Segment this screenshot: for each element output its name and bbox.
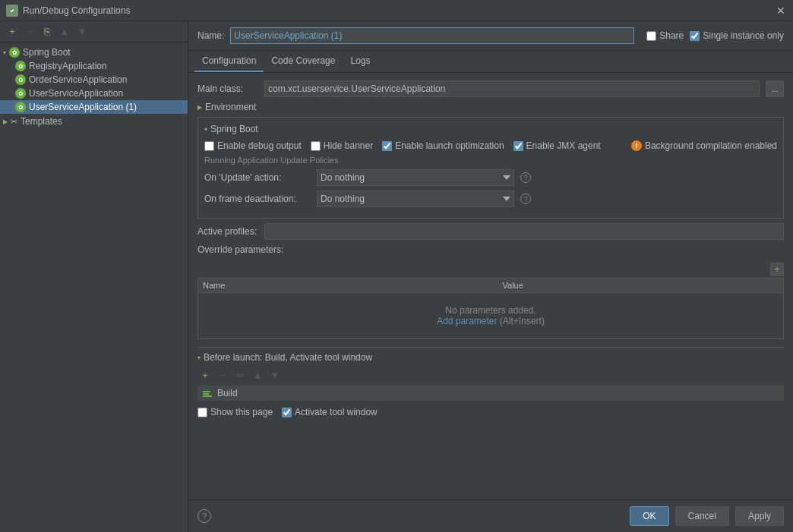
sidebar-toolbar: + − ⎘ ▲ ▼ (0, 21, 188, 42)
update-action-select[interactable]: Do nothing Update classes and resources (317, 169, 514, 186)
share-checkbox-label: Share (646, 30, 684, 41)
help-button[interactable]: ? (197, 509, 211, 523)
bg-compilation: ! Background compilation enabled (631, 140, 777, 151)
main-class-input[interactable] (264, 80, 760, 97)
bottom-left: ? (197, 509, 211, 523)
registry-label: RegistryApplication (29, 61, 107, 71)
main-class-label: Main class: (197, 83, 258, 94)
tab-configuration[interactable]: Configuration (194, 51, 264, 72)
share-checkbox[interactable] (646, 31, 656, 41)
show-this-page-checkbox[interactable] (197, 408, 207, 417)
sidebar-tree: ▾ ✿ Spring Boot ✿ RegistryApplication ✿ … (0, 42, 188, 532)
add-param-button[interactable]: + (770, 263, 784, 276)
build-item: Build (197, 386, 784, 401)
window-title: Run/Debug Configurations (23, 5, 130, 16)
sidebar-item-userservice[interactable]: ✿ UserServiceApplication (0, 87, 188, 100)
order-icon: ✿ (15, 74, 26, 85)
update-action-row: On 'Update' action: Do nothing Update cl… (204, 169, 777, 186)
templates-section[interactable]: ▶ ✂ Templates (0, 114, 188, 129)
svg-rect-2 (203, 393, 209, 395)
environment-header[interactable]: ▶ Environment (197, 102, 784, 112)
svg-rect-1 (203, 395, 212, 397)
table-toolbar: + (197, 263, 784, 276)
enable-jmx-checkbox[interactable] (513, 141, 523, 151)
share-area: Share Single instance only (646, 30, 784, 41)
build-label: Build (217, 388, 238, 398)
name-label: Name: (197, 30, 224, 41)
tabs: Configuration Code Coverage Logs (188, 51, 793, 73)
before-launch-chevron: ▾ (197, 354, 201, 361)
single-instance-checkbox[interactable] (690, 31, 700, 41)
registry-icon: ✿ (15, 61, 26, 71)
sidebar-item-userservice1[interactable]: ✿ UserServiceApplication (1) (0, 100, 188, 114)
update-action-help-icon[interactable]: ? (520, 172, 531, 183)
close-button[interactable]: ✕ (775, 5, 787, 17)
spring-boot-group[interactable]: ▾ ✿ Spring Boot (0, 46, 188, 59)
move-up-button[interactable]: ▲ (57, 24, 72, 39)
sidebar-item-registry[interactable]: ✿ RegistryApplication (0, 59, 188, 73)
copy-config-button[interactable]: ⎘ (39, 24, 55, 39)
userservice-icon: ✿ (15, 88, 26, 99)
update-action-label: On 'Update' action: (204, 172, 311, 183)
order-label: OrderServiceApplication (29, 74, 127, 85)
sidebar: + − ⎘ ▲ ▼ ▾ ✿ Spring Boot ✿ RegistryAppl… (0, 21, 188, 532)
before-launch-add-button[interactable]: + (197, 367, 213, 382)
tab-logs[interactable]: Logs (343, 51, 378, 72)
enable-launch-opt-label: Enable launch optimization (382, 140, 504, 151)
apply-button[interactable]: Apply (735, 506, 784, 526)
before-launch-down-button[interactable]: ▼ (267, 367, 283, 382)
move-down-button[interactable]: ▼ (74, 24, 90, 39)
spring-boot-config-header[interactable]: ▾ Spring Boot (204, 124, 777, 134)
add-param-link[interactable]: Add parameter (437, 316, 497, 326)
activate-tool-window-checkbox[interactable] (282, 408, 292, 417)
frame-deactivation-help-icon[interactable]: ? (520, 194, 531, 204)
window-icon (6, 5, 18, 17)
active-profiles-input[interactable] (264, 223, 784, 240)
add-config-button[interactable]: + (5, 24, 20, 39)
spring-boot-config-chevron: ▾ (204, 126, 207, 133)
bottom-bar: ? OK Cancel Apply (188, 499, 793, 532)
bottom-buttons: OK Cancel Apply (630, 506, 784, 526)
name-row: Name: Share Single instance only (188, 21, 793, 51)
environment-section: ▶ Environment (197, 102, 784, 112)
name-input[interactable] (230, 27, 634, 44)
spring-options-row: Enable debug output Hide banner Enable l… (204, 140, 777, 151)
remove-config-button[interactable]: − (22, 24, 37, 39)
value-column-header: Value (498, 279, 784, 293)
config-content: Main class: ... ▶ Environment ▾ Spring B… (188, 73, 793, 499)
activate-tool-window-label: Activate tool window (282, 407, 378, 417)
svg-rect-3 (203, 391, 210, 392)
userservice1-label: UserServiceApplication (1) (29, 102, 137, 112)
before-launch-toolbar: + − ✏ ▲ ▼ (197, 367, 784, 382)
add-param-shortcut: (Alt+Insert) (500, 316, 545, 326)
enable-jmx-label: Enable JMX agent (513, 140, 601, 151)
show-this-page-label: Show this page (197, 407, 273, 417)
policies-title: Running Application Update Policies (204, 156, 777, 165)
enable-launch-opt-checkbox[interactable] (382, 141, 392, 151)
enable-debug-checkbox[interactable] (204, 141, 214, 151)
params-empty-message: No parameters added. Add parameter (Alt+… (198, 293, 783, 338)
before-launch-header[interactable]: ▾ Before launch: Build, Activate tool wi… (197, 352, 784, 363)
single-instance-checkbox-label: Single instance only (690, 30, 784, 41)
spring-boot-config-title: Spring Boot (210, 124, 258, 134)
title-bar: Run/Debug Configurations ✕ (0, 0, 793, 21)
before-launch-remove-button[interactable]: − (215, 367, 230, 382)
main-class-browse-button[interactable]: ... (766, 80, 784, 97)
spring-boot-chevron: ▾ (3, 49, 6, 56)
tab-code-coverage[interactable]: Code Coverage (264, 51, 343, 72)
sidebar-item-order[interactable]: ✿ OrderServiceApplication (0, 73, 188, 87)
templates-chevron: ▶ (3, 118, 8, 125)
show-this-page-row: Show this page Activate tool window (197, 407, 784, 417)
ok-button[interactable]: OK (630, 506, 668, 526)
before-launch-up-button[interactable]: ▲ (250, 367, 265, 382)
spring-boot-config-section: ▾ Spring Boot Enable debug output Hide b… (197, 117, 784, 219)
override-label: Override parameters: (197, 244, 283, 255)
before-launch-edit-button[interactable]: ✏ (232, 367, 248, 382)
hide-banner-checkbox[interactable] (311, 141, 321, 151)
bg-compilation-icon: ! (631, 140, 642, 151)
cancel-button[interactable]: Cancel (675, 506, 729, 526)
userservice-label: UserServiceApplication (29, 88, 123, 99)
environment-title: Environment (205, 102, 256, 112)
frame-deactivation-select[interactable]: Do nothing Update classes and resources (317, 190, 514, 207)
override-parameters-section: Override parameters: + Name Value (197, 244, 784, 339)
